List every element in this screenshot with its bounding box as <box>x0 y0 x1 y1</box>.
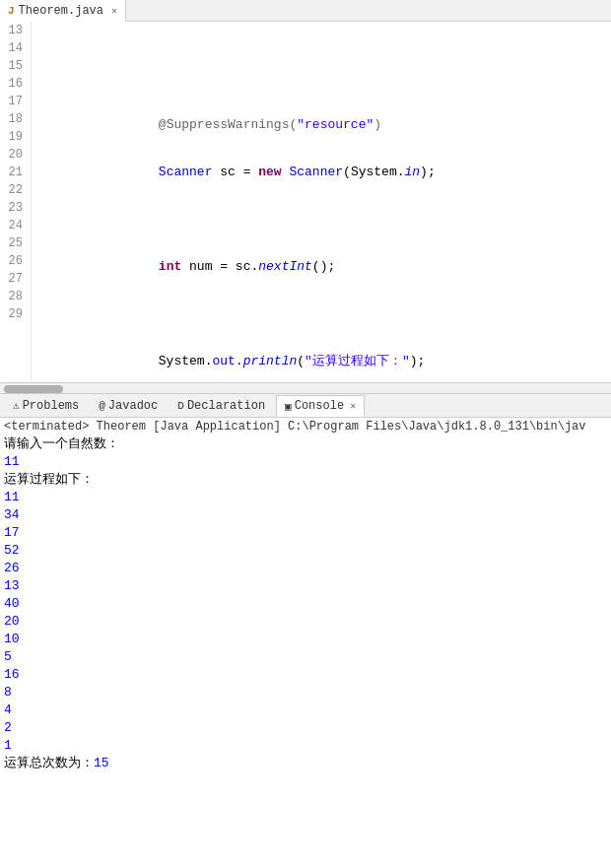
panel-tab-bar: ⚠ Problems @ Javadoc D Declaration ▣ Con… <box>0 394 611 418</box>
tab-problems[interactable]: ⚠ Problems <box>4 395 88 417</box>
tab-javadoc[interactable]: @ Javadoc <box>90 395 167 417</box>
console-line-11: 11 <box>4 489 607 506</box>
console-line-input-11: 11 <box>4 453 607 471</box>
console-line-5: 5 <box>4 648 607 666</box>
editor-tab-close-icon[interactable]: ✕ <box>111 5 117 17</box>
tab-console-label: Console <box>295 399 344 413</box>
tab-javadoc-label: Javadoc <box>108 399 158 413</box>
editor-tab-bar: J Theorem.java ✕ <box>0 0 611 22</box>
console-line-1: 1 <box>4 737 607 755</box>
code-line-15: Scanner sc = new Scanner(System.in); <box>35 146 607 164</box>
editor-tab-label: Theorem.java <box>19 4 103 18</box>
tab-console[interactable]: ▣ Console ✕ <box>276 395 365 417</box>
line-numbers: 13 14 15 16 17 18 19 20 21 22 23 24 25 2… <box>0 22 32 382</box>
code-line-19: System.out.println("运算过程如下："); <box>35 335 607 353</box>
console-line-2: 2 <box>4 719 607 737</box>
console-line-10: 10 <box>4 631 607 648</box>
tab-declaration-label: Declaration <box>187 399 265 413</box>
console-output-area[interactable]: <terminated> Theorem [Java Application] … <box>0 418 611 868</box>
console-line-20: 20 <box>4 613 607 631</box>
console-line-16: 16 <box>4 666 607 684</box>
console-line-4: 4 <box>4 701 607 719</box>
console-line-result: 运算总次数为：15 <box>4 755 607 772</box>
code-line-13 <box>35 51 607 69</box>
console-line-13: 13 <box>4 577 607 595</box>
console-tab-close-icon[interactable]: ✕ <box>350 400 356 412</box>
console-line-26: 26 <box>4 560 607 577</box>
code-content[interactable]: @SuppressWarnings("resource") Scanner sc… <box>32 22 611 382</box>
console-line-17: 17 <box>4 524 607 542</box>
editor-tab-theorem[interactable]: J Theorem.java ✕ <box>0 0 126 22</box>
console-line-52: 52 <box>4 542 607 560</box>
console-line-8: 8 <box>4 684 607 701</box>
console-line-34: 34 <box>4 506 607 524</box>
code-line-17: int num = sc.nextInt(); <box>35 240 607 258</box>
code-line-18 <box>35 288 607 305</box>
console-line-40: 40 <box>4 595 607 613</box>
tab-declaration[interactable]: D Declaration <box>169 395 274 417</box>
horizontal-scrollbar[interactable] <box>0 382 611 394</box>
scrollbar-thumb[interactable] <box>4 385 63 393</box>
editor-panel: J Theorem.java ✕ 13 14 15 16 17 18 19 20… <box>0 0 611 394</box>
console-icon: ▣ <box>285 400 292 413</box>
declaration-icon: D <box>177 400 184 412</box>
java-file-icon: J <box>8 5 15 17</box>
bottom-panel: ⚠ Problems @ Javadoc D Declaration ▣ Con… <box>0 394 611 868</box>
console-line-prompt: 请输入一个自然数： <box>4 435 607 453</box>
javadoc-icon: @ <box>99 400 105 412</box>
problems-icon: ⚠ <box>13 399 20 412</box>
code-area: 13 14 15 16 17 18 19 20 21 22 23 24 25 2… <box>0 22 611 382</box>
console-line-process-header: 运算过程如下： <box>4 471 607 489</box>
terminated-header: <terminated> Theorem [Java Application] … <box>4 420 607 434</box>
code-line-14: @SuppressWarnings("resource") <box>35 99 607 116</box>
tab-problems-label: Problems <box>23 399 80 413</box>
code-line-16 <box>35 193 607 211</box>
